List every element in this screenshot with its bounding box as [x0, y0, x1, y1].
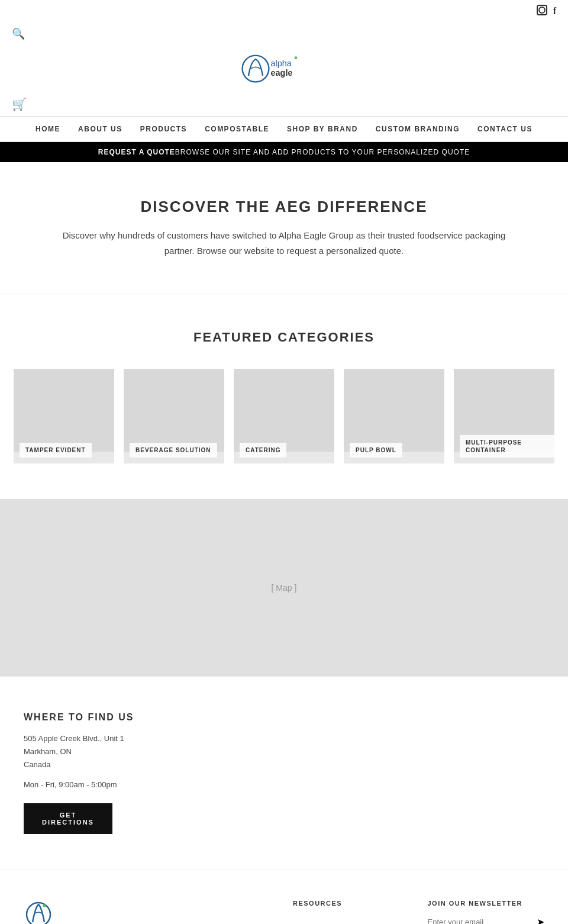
instagram-link[interactable] [537, 5, 547, 18]
newsletter-col: JOIN OUR NEWSLETTER ➤ f [428, 900, 545, 924]
featured-heading: FEATURED CATEGORIES [12, 330, 556, 345]
resources-heading: RESOURCES [293, 900, 410, 907]
newsletter-submit-button[interactable]: ➤ [537, 916, 544, 924]
category-card-multi-purpose-container[interactable]: MULTI-PURPOSE CONTAINER [454, 369, 554, 463]
find-us-section: WHERE TO FIND US 505 Apple Creek Blvd., … [0, 677, 568, 870]
category-label: BEVERAGE SOLUTION [130, 443, 217, 458]
footer-logo-col [24, 900, 141, 924]
footer: RESOURCES JOIN OUR NEWSLETTER ➤ f © 2023… [0, 870, 568, 924]
newsletter-input-row: ➤ [428, 916, 545, 924]
category-label: PULP BOWL [350, 443, 402, 458]
promo-banner[interactable]: REQUEST A QUOTEBROWSE OUR SITE AND ADD P… [0, 142, 568, 162]
discover-body: Discover why hundreds of customers have … [59, 228, 509, 258]
categories-grid: TAMPER EVIDENT BEVERAGE SOLUTION CATERIN… [12, 369, 556, 463]
find-us-address-line2: Markham, ON [24, 745, 544, 758]
category-label: TAMPER EVIDENT [20, 443, 92, 458]
footer-nav-col [159, 900, 276, 924]
newsletter-heading: JOIN OUR NEWSLETTER [428, 900, 545, 907]
svg-point-5 [43, 904, 46, 907]
svg-text:eagle: eagle [271, 68, 293, 78]
cart-icon[interactable]: 🛒 [12, 97, 27, 111]
category-card-tamper-evident[interactable]: TAMPER EVIDENT [14, 369, 114, 463]
facebook-link[interactable]: f [553, 6, 556, 17]
find-us-address-line1: 505 Apple Creek Blvd., Unit 1 [24, 732, 544, 745]
category-image [234, 369, 334, 452]
site-logo[interactable]: alpha eagle [237, 51, 331, 86]
nav-products[interactable]: PRODUCTS [140, 125, 187, 133]
facebook-icon: f [553, 6, 556, 17]
svg-point-3 [295, 56, 298, 59]
category-card-catering[interactable]: CATERING [234, 369, 334, 463]
cart-bar: 🛒 [0, 92, 568, 116]
map-placeholder-text: [ Map ] [272, 583, 297, 593]
footer-grid: RESOURCES JOIN OUR NEWSLETTER ➤ f [24, 900, 544, 924]
banner-cta: REQUEST A QUOTE [98, 148, 175, 156]
nav-contact[interactable]: CONTACT US [477, 125, 532, 133]
find-us-address-line3: Canada [24, 758, 544, 771]
discover-section: DISCOVER THE AEG DIFFERENCE Discover why… [0, 162, 568, 294]
svg-point-4 [27, 903, 50, 924]
category-card-beverage-solution[interactable]: BEVERAGE SOLUTION [124, 369, 224, 463]
banner-text: BROWSE OUR SITE AND ADD PRODUCTS TO YOUR… [175, 148, 470, 156]
footer-logo[interactable] [24, 900, 53, 924]
instagram-icon [537, 5, 547, 15]
nav-shop-brand[interactable]: SHOP BY BRAND [287, 125, 358, 133]
category-image [124, 369, 224, 452]
directions-button[interactable]: GET DIRECTIONS [24, 803, 112, 834]
footer-resources-col: RESOURCES [293, 900, 410, 924]
featured-section: FEATURED CATEGORIES TAMPER EVIDENT BEVER… [0, 294, 568, 499]
find-us-heading: WHERE TO FIND US [24, 712, 544, 723]
map-section: [ Map ] [0, 499, 568, 677]
logo-area: alpha eagle [0, 45, 568, 92]
top-social-bar: f [0, 0, 568, 22]
category-image [14, 369, 114, 452]
discover-heading: DISCOVER THE AEG DIFFERENCE [59, 198, 509, 216]
search-icon[interactable]: 🔍 [12, 27, 25, 40]
category-image [344, 369, 444, 452]
category-label: CATERING [240, 443, 286, 458]
nav-custom-branding[interactable]: CUSTOM BRANDING [376, 125, 460, 133]
category-label: MULTI-PURPOSE CONTAINER [460, 435, 554, 458]
find-us-hours: Mon - Fri, 9:00am - 5:00pm [24, 778, 544, 791]
nav-compostable[interactable]: COMPOSTABLE [205, 125, 269, 133]
svg-text:alpha: alpha [271, 59, 292, 68]
nav-home[interactable]: HOME [36, 125, 60, 133]
category-card-pulp-bowl[interactable]: PULP BOWL [344, 369, 444, 463]
search-bar: 🔍 [0, 22, 568, 45]
nav-about[interactable]: ABOUT US [78, 125, 122, 133]
newsletter-email-input[interactable] [428, 917, 537, 924]
main-nav: HOME ABOUT US PRODUCTS COMPOSTABLE SHOP … [0, 116, 568, 142]
